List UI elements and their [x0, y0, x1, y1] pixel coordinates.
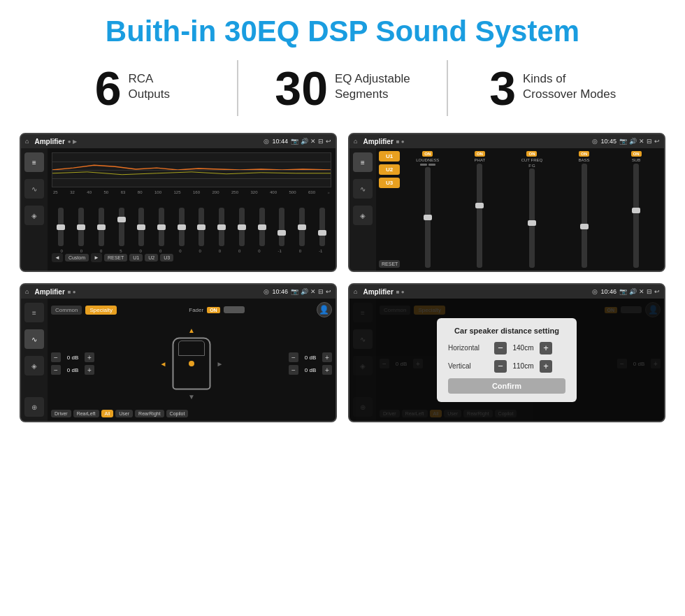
amp-u3-btn[interactable]: U3 — [379, 178, 400, 188]
screen3-pan-btn[interactable]: ⊕ — [24, 397, 44, 417]
eq-slider-0[interactable] — [52, 208, 71, 246]
eq-slider-3[interactable] — [112, 208, 131, 246]
db-minus-3[interactable]: − — [289, 365, 298, 375]
db-plus-2[interactable]: + — [322, 352, 332, 362]
amp-u1-btn[interactable]: U1 — [379, 151, 400, 162]
fader-on-badge[interactable]: ON — [207, 307, 220, 313]
amp-sub-on[interactable]: ON — [631, 151, 642, 157]
screen2-wave-btn[interactable]: ∿ — [353, 179, 373, 199]
confirm-button[interactable]: Confirm — [448, 378, 565, 394]
fader-tab-common[interactable]: Common — [51, 306, 82, 315]
fader-copilot-btn[interactable]: Copilot — [166, 410, 189, 417]
eq-slider-1[interactable] — [72, 208, 91, 246]
eq-next-btn[interactable]: ► — [91, 253, 102, 262]
fader-all-btn[interactable]: All — [101, 410, 114, 417]
screen4-home-icon[interactable]: ⌂ — [354, 288, 357, 295]
eq-slider-10[interactable] — [252, 208, 271, 246]
amp-bass-on[interactable]: ON — [579, 151, 589, 157]
screen3-speaker-btn[interactable]: ◈ — [24, 356, 44, 375]
screen3-location-icon: ◎ — [264, 288, 269, 295]
amp-sub-slider[interactable] — [633, 164, 639, 268]
screen3-back-icon: ↩ — [326, 288, 331, 295]
eq-custom-btn[interactable]: Custom — [65, 254, 89, 262]
screen2-minimize-icon: ⊟ — [647, 138, 652, 145]
amp-cutfreq-slider[interactable] — [529, 169, 535, 268]
sidebar-wave-btn[interactable]: ∿ — [24, 179, 44, 199]
eq-reset-btn[interactable]: RESET — [104, 254, 127, 262]
screen1-title: Amplifier — [34, 138, 64, 145]
screen1-location-icon: ◎ — [264, 138, 269, 145]
fader-main-area: Common Specialty Fader ON 👤 − 0 dB + — [48, 299, 336, 421]
screen3-wave-btn[interactable]: ∿ — [24, 329, 44, 349]
modal-vertical-minus[interactable]: − — [494, 360, 507, 373]
modal-horizontal-value: 140cm — [511, 344, 535, 352]
screen3-eq-btn[interactable]: ≡ — [24, 303, 44, 322]
modal-vertical-plus[interactable]: + — [540, 360, 552, 373]
amp-cutfreq-on[interactable]: ON — [526, 151, 537, 157]
amp-phat-slider[interactable] — [477, 164, 482, 268]
screen-fader: ⌂ Amplifier ■ ● ◎ 10:46 📷 🔊 ✕ ⊟ ↩ ≡ ∿ ◈ … — [20, 283, 337, 422]
screen4-title: Amplifier — [363, 288, 393, 296]
screen2-home-icon[interactable]: ⌂ — [354, 138, 357, 145]
home-icon[interactable]: ⌂ — [25, 138, 29, 145]
fader-driver-btn[interactable]: Driver — [51, 410, 71, 417]
eq-u3-btn[interactable]: U3 — [160, 254, 173, 262]
eq-slider-2[interactable] — [92, 208, 110, 246]
amp-loudness-slider[interactable] — [425, 167, 431, 268]
eq-slider-13[interactable] — [312, 208, 331, 246]
screen3-minimize-icon: ⊟ — [318, 288, 324, 295]
amp-phat-on[interactable]: ON — [475, 151, 485, 157]
eq-slider-8[interactable] — [212, 208, 231, 246]
amp-u2-btn[interactable]: U2 — [379, 164, 400, 175]
db-plus-0[interactable]: + — [85, 352, 94, 362]
amp-bass-slider[interactable] — [582, 164, 587, 268]
fader-tab-specialty[interactable]: Specialty — [85, 306, 116, 315]
eq-slider-4[interactable] — [132, 208, 151, 246]
eq-u2-btn[interactable]: U2 — [145, 254, 158, 262]
db-minus-0[interactable]: − — [51, 352, 61, 362]
eq-slider-5[interactable] — [152, 208, 171, 246]
screen2-close-icon: ✕ — [639, 138, 644, 145]
sidebar-speaker-btn[interactable]: ◈ — [24, 206, 44, 225]
db-minus-1[interactable]: − — [51, 365, 61, 375]
fader-rearright-btn[interactable]: RearRight — [135, 410, 164, 417]
eq-slider-9[interactable] — [232, 208, 251, 246]
screen2-speaker-icon: 🔊 — [629, 138, 637, 145]
eq-u1-btn[interactable]: U1 — [129, 254, 143, 262]
amp-reset-btn[interactable]: RESET — [379, 260, 400, 268]
modal-horizontal-minus[interactable]: − — [494, 342, 507, 354]
eq-slider-12[interactable] — [293, 208, 312, 246]
db-row-3: − 0 dB + — [289, 365, 332, 375]
fader-user-btn[interactable]: User — [115, 410, 133, 417]
fader-h-slider[interactable] — [224, 306, 245, 313]
sidebar-eq-btn[interactable]: ≡ — [24, 152, 44, 172]
eq-slider-6[interactable] — [172, 208, 191, 246]
eq-main-area: 2532405063 80100125160200 25032040050063… — [48, 148, 336, 271]
screen4-speaker-icon: 🔊 — [629, 288, 637, 295]
modal-horizontal-row: Horizontal − 140cm + — [448, 342, 565, 354]
stat-rca: 6 RCAOutputs — [42, 64, 223, 112]
fader-top-row: Common Specialty Fader ON 👤 — [51, 302, 332, 317]
fader-rearleft-btn[interactable]: RearLeft — [73, 410, 99, 417]
fader-person-icon[interactable]: 👤 — [317, 302, 332, 317]
db-minus-2[interactable]: − — [289, 352, 298, 362]
eq-slider-7[interactable] — [192, 208, 211, 246]
db-value-2: 0 dB — [301, 354, 320, 361]
db-plus-1[interactable]: + — [85, 365, 94, 375]
screen2-eq-btn[interactable]: ≡ — [353, 152, 373, 172]
eq-slider-11[interactable] — [273, 208, 291, 246]
screen3-home-icon[interactable]: ⌂ — [25, 288, 29, 295]
modal-horizontal-plus[interactable]: + — [540, 342, 552, 354]
eq-prev-btn[interactable]: ◄ — [52, 253, 63, 262]
modal-horizontal-label: Horizontal — [448, 344, 490, 352]
screen3-sidebar: ≡ ∿ ◈ ⊕ — [21, 299, 48, 421]
db-plus-3[interactable]: + — [322, 365, 332, 375]
amp-loudness-on[interactable]: ON — [422, 151, 433, 157]
screen4-close-icon: ✕ — [639, 288, 644, 295]
screen2-back-icon: ↩ — [654, 138, 660, 145]
stat-number-crossover: 3 — [489, 64, 516, 112]
db-value-0: 0 dB — [63, 354, 82, 361]
db-row-1: − 0 dB + — [51, 365, 94, 375]
fader-right-controls: − 0 dB + − 0 dB + — [289, 352, 332, 375]
screen2-speaker-btn[interactable]: ◈ — [353, 206, 373, 225]
